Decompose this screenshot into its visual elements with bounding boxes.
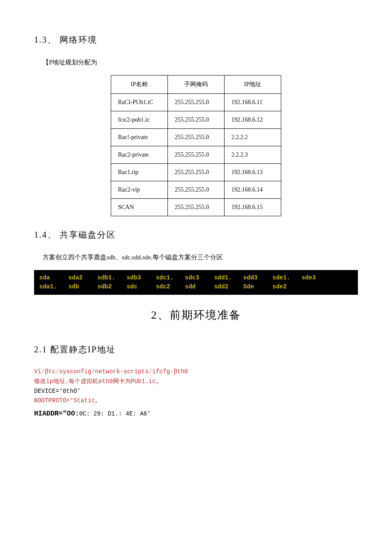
disk-item: sdc [127, 282, 152, 291]
disk-item: sdd [185, 282, 210, 291]
disk-item: sdc3 [185, 273, 210, 282]
disk-item: sdd2 [214, 282, 239, 291]
table-row: Rac2-vip255.255.255.0192.168.6.14 [111, 181, 281, 199]
modify-ip-line: 修改ip地址.每个虚拟机eth0网卡为PUb1.ic, [34, 378, 358, 385]
table-row: Rac2-private255.255.255.02.2.2.3 [111, 146, 281, 164]
disk-partition-block: sda sda2 sdb1. sdb3 sdc1. sdc3 sdd1. sdd… [34, 270, 358, 295]
section-2-heading: 2、前期环境准备 [34, 308, 358, 323]
vi-command-line: Vi∕βtc∕sysconfig∕network-scripts∕ifcfg-β… [34, 368, 358, 375]
disk-item: sdc2 [156, 282, 182, 291]
disk-item: sde2 [272, 282, 298, 291]
th-ip-name: IP名称 [111, 76, 168, 94]
th-subnet: 子网掩码 [168, 76, 225, 94]
device-line: DEVICE=‘0thO' [34, 388, 358, 395]
hwaddr-line: HIADDR="OO:0C: 29: D1.: 4E: A6' [34, 410, 358, 418]
disk-item: sde3 [302, 273, 327, 282]
hwaddr-prefix: HIADDR="OO: [34, 410, 79, 418]
table-row: SCAN255.255.255.0192.168.6.15 [111, 199, 281, 216]
disk-item: sda [39, 273, 65, 282]
disk-item: sdb [68, 282, 94, 291]
section-1-4-intro: 方案创立四个共享鹿盘sdb、sdc.sdd.sde,每个磁盘方案分三个分区 [43, 253, 358, 262]
th-ip-addr: IP地址 [225, 76, 281, 94]
disk-item: sdd3 [243, 273, 269, 282]
disk-item: sde1. [272, 273, 298, 282]
ip-plan-table: IP名称 子网掩码 IP地址 RaCI-PUb1.iC255.255.255.0… [111, 75, 281, 216]
hwaddr-value: 0C: 29: D1.: 4E: A6' [79, 410, 151, 417]
table-row: Rac!-private255.255.255.02.2.2.2 [111, 129, 281, 146]
disk-item: Sde [243, 282, 269, 291]
disk-item: sdb1. [98, 273, 123, 282]
section-2-1-heading: 2.1 配置静态IP地址 [34, 344, 358, 355]
disk-item: sdb2 [98, 282, 123, 291]
table-row: Rac1.rip255.255.255.0192.168.6.13 [111, 164, 281, 181]
disk-item: sda1. [39, 282, 65, 291]
disk-item: sdb3 [127, 273, 152, 282]
section-1-3-heading: 1.3、 网络环境 [34, 34, 358, 46]
disk-item: sdd1. [214, 273, 239, 282]
section-1-4-heading: 1.4、 共享磁盘分区 [34, 229, 358, 241]
disk-item: sdc1. [156, 273, 182, 282]
section-1-3-intro: 【P地址规划分配为 [43, 58, 358, 67]
table-row: RaCI-PUb1.iC255.255.255.0192.168.6.11 [111, 94, 281, 111]
disk-item: sda2 [68, 273, 94, 282]
bootproto-line: BOOTPROTO=°Static, [34, 397, 358, 404]
table-row: fcιc2-pub1.ic255.255.255.0192.168.6.12 [111, 111, 281, 129]
